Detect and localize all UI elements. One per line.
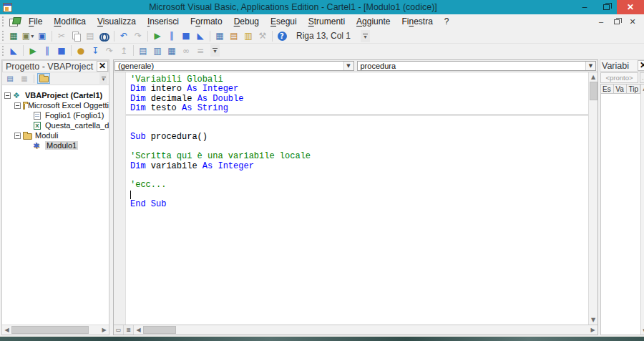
scroll-down-icon[interactable]: ▼ <box>641 327 644 335</box>
locals-window-button[interactable]: ▤ <box>136 44 150 57</box>
code-line[interactable] <box>126 171 588 181</box>
menu-debug[interactable]: Debug <box>228 15 265 28</box>
scroll-left-icon[interactable]: ◀ <box>2 325 11 335</box>
code-line[interactable]: Dim intero As Integer <box>126 85 588 94</box>
procedure-dropdown[interactable]: procedura ▼ <box>357 61 597 71</box>
design-mode-button[interactable]: ◣ <box>193 29 208 42</box>
scroll-right-icon[interactable]: ▶ <box>588 325 597 335</box>
menu-grip[interactable] <box>1 16 5 27</box>
mdi-minimize-button[interactable]: – <box>595 17 607 26</box>
locals-column-va[interactable]: Va <box>614 85 627 93</box>
scroll-right-icon[interactable]: ▶ <box>99 325 109 335</box>
immediate-window-button[interactable]: ▥ <box>150 44 165 57</box>
chevron-down-icon[interactable]: ▼ <box>343 62 353 70</box>
tree-item[interactable]: Questa_cartella_di_lavo <box>2 120 109 130</box>
tree-item[interactable]: Foglio1 (Foglio1) <box>2 110 109 120</box>
margin-indicator-bar[interactable] <box>114 72 126 325</box>
code-line[interactable]: 'Scritta qui è una variabile locale <box>126 152 588 161</box>
toggle-folders-button[interactable] <box>37 73 50 84</box>
full-module-view-button[interactable]: ≣ <box>124 325 134 335</box>
code-line[interactable] <box>126 123 588 133</box>
code-line[interactable]: Dim decimale As Double <box>126 95 588 104</box>
tree-item[interactable]: VBAProject (Cartel1) <box>2 90 109 100</box>
run-button[interactable]: ▶ <box>150 29 165 42</box>
locals-column-tip[interactable]: Tip <box>627 85 640 93</box>
scrollbar-thumb[interactable] <box>590 82 597 100</box>
menu-modifica[interactable]: Modifica <box>48 15 92 28</box>
toolbar-grip[interactable] <box>1 30 5 42</box>
toolbar-overflow-button[interactable] <box>361 30 370 42</box>
locals-panel-close-button[interactable]: ✕ <box>638 60 644 71</box>
menu-file[interactable]: File <box>23 15 48 28</box>
project-horizontal-scrollbar[interactable]: ◀ ▶ <box>2 325 109 335</box>
insert-userform-button[interactable]: ▣▾ <box>21 29 35 42</box>
scroll-left-icon[interactable]: ◀ <box>134 325 143 335</box>
reset-button[interactable]: ■ <box>179 29 193 42</box>
tree-item[interactable]: Moduli <box>2 130 109 140</box>
project-panel-header[interactable]: Progetto - VBAProject ✕ <box>2 60 109 72</box>
undo-button[interactable]: ↶ <box>117 29 131 42</box>
project-toolbar-overflow-button[interactable] <box>99 73 107 84</box>
minimize-button[interactable]: – <box>574 0 595 14</box>
properties-window-button[interactable]: ▤ <box>227 29 241 42</box>
find-button[interactable] <box>97 29 112 42</box>
scrollbar-thumb[interactable] <box>11 326 89 334</box>
view-microsoft-excel-button[interactable]: ▦ <box>6 29 21 42</box>
procedure-view-button[interactable]: ▭ <box>114 325 124 335</box>
reset-button[interactable]: ■ <box>54 44 69 57</box>
scrollbar-thumb[interactable] <box>143 326 176 334</box>
collapse-icon[interactable] <box>14 133 21 139</box>
toggle-breakpoint-button[interactable]: ● <box>74 44 88 57</box>
tree-item[interactable]: Microsoft Excel Oggetti <box>2 100 109 110</box>
step-into-button[interactable]: ↧ <box>88 44 102 57</box>
code-line[interactable]: 'Variabili Globali <box>126 75 588 85</box>
collapse-icon[interactable] <box>4 92 11 99</box>
code-vertical-scrollbar[interactable]: ▲ ▼ <box>588 72 597 325</box>
toolbar-overflow-button[interactable] <box>210 44 220 57</box>
code-line[interactable] <box>126 143 588 152</box>
scroll-up-icon[interactable]: ▲ <box>641 85 644 92</box>
break-button[interactable]: ‖ <box>40 44 54 57</box>
locals-panel-header[interactable]: Variabi ✕ <box>600 59 644 72</box>
scroll-down-icon[interactable]: ▼ <box>589 315 598 325</box>
scroll-up-icon[interactable]: ▲ <box>589 72 598 82</box>
code-line[interactable]: Sub procedura() <box>126 133 588 142</box>
save-button[interactable]: ▣ <box>35 29 49 42</box>
close-button[interactable]: ✕ <box>617 0 644 14</box>
menu-visualizza[interactable]: Visualizza <box>92 15 142 28</box>
help-button[interactable]: ? <box>275 29 289 42</box>
break-button[interactable]: ‖ <box>165 29 179 42</box>
menu-formato[interactable]: Formato <box>185 15 228 28</box>
project-panel-close-button[interactable]: ✕ <box>97 61 108 72</box>
mdi-restore-button[interactable] <box>611 17 623 26</box>
locals-vertical-scrollbar[interactable]: ▲ ▼ <box>640 85 644 335</box>
dropdown-arrow-icon[interactable]: ▾ <box>31 33 34 39</box>
collapse-icon[interactable] <box>14 102 21 109</box>
chevron-down-icon[interactable]: ▼ <box>585 62 595 70</box>
code-line[interactable]: End Sub <box>126 200 588 209</box>
code-line[interactable]: Dim variabile As Integer <box>126 162 588 171</box>
menu-strumenti[interactable]: Strumenti <box>303 15 351 28</box>
code-editor[interactable]: 'Variabili GlobaliDim intero As IntegerD… <box>114 72 597 325</box>
project-explorer-button[interactable]: ▦ <box>213 29 227 42</box>
view-code-button[interactable]: ▤ <box>4 73 16 84</box>
code-line[interactable]: 'ecc... <box>126 181 588 190</box>
code-line[interactable] <box>126 191 588 200</box>
menu-inserisci[interactable]: Inserisci <box>142 15 185 28</box>
design-mode-button[interactable]: ◣ <box>6 44 21 57</box>
run-button[interactable]: ▶ <box>26 44 40 57</box>
locals-column-es[interactable]: Es <box>601 85 614 93</box>
mdi-close-button[interactable]: ✕ <box>627 17 638 27</box>
toolbar-grip[interactable] <box>1 45 5 56</box>
menu-finestra[interactable]: Finestra <box>396 15 438 28</box>
menu-esegui[interactable]: Esegui <box>265 15 303 28</box>
object-dropdown[interactable]: (generale) ▼ <box>114 61 354 71</box>
menu-help[interactable]: ? <box>439 15 455 28</box>
restore-button[interactable] <box>595 0 617 14</box>
object-browser-button[interactable]: ▥ <box>241 29 255 42</box>
menu-aggiunte[interactable]: Aggiunte <box>351 15 396 28</box>
vba-app-icon[interactable] <box>9 17 20 27</box>
tree-item[interactable]: Modulo1 <box>2 140 109 150</box>
code-line[interactable]: Dim testo As String <box>126 104 588 113</box>
watch-window-button[interactable]: ▦ <box>165 44 179 57</box>
